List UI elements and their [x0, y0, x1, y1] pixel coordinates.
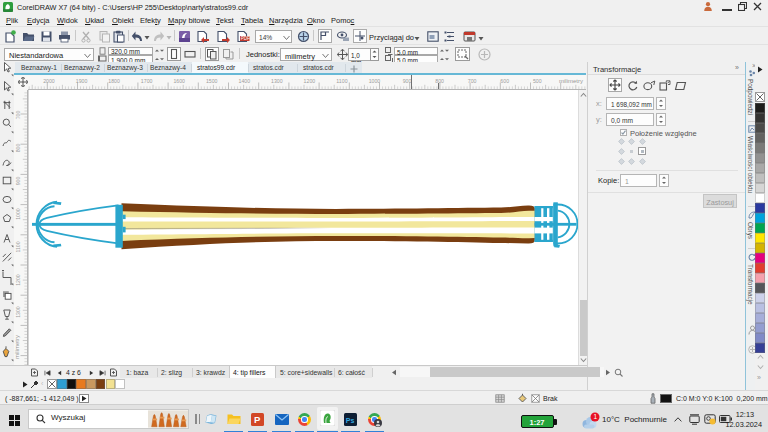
svg-text:1: 1 — [593, 413, 597, 420]
svg-text:P: P — [254, 414, 261, 425]
svg-text:PDF: PDF — [241, 36, 250, 41]
svg-text:Ps: Ps — [346, 417, 355, 424]
